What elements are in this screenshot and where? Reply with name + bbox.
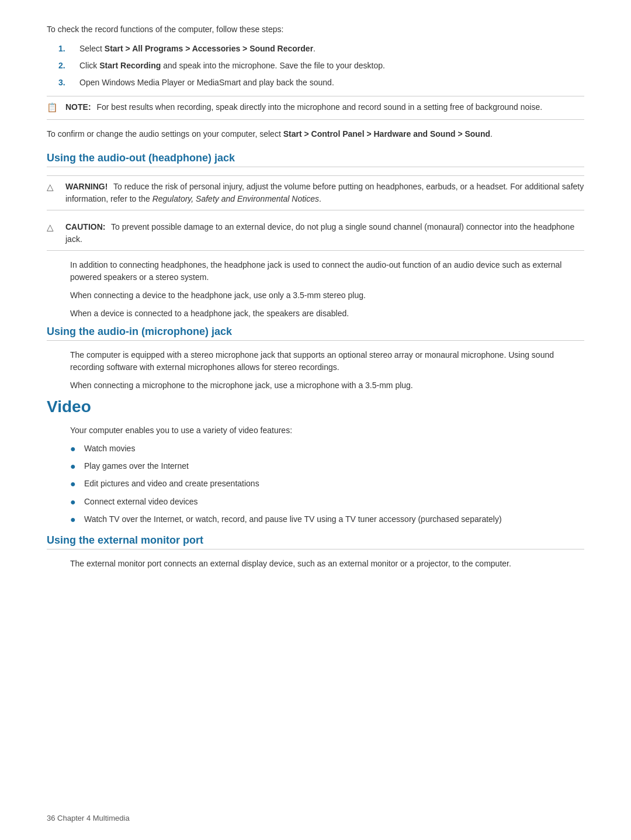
warning-label: WARNING! xyxy=(65,182,108,191)
ext-monitor-heading: Using the external monitor port xyxy=(47,534,584,549)
step-2-text: Click Start Recording and speak into the… xyxy=(79,60,385,72)
warning-content: WARNING! To reduce the risk of personal … xyxy=(65,181,584,205)
bullet-dot-5: ● xyxy=(70,513,81,526)
caution-box: △ CAUTION: To prevent possible damage to… xyxy=(47,216,584,251)
note-label: NOTE: xyxy=(65,102,91,112)
bullet-text-2: Play games over the Internet xyxy=(84,460,189,472)
bullet-dot-3: ● xyxy=(70,478,81,490)
bullet-text-5: Watch TV over the Internet, or watch, re… xyxy=(84,513,502,526)
bullet-text-1: Watch movies xyxy=(84,443,135,455)
footer-text: 36 Chapter 4 Multimedia xyxy=(47,814,130,822)
step-3-num: 3. xyxy=(58,77,75,89)
step-1-num: 1. xyxy=(58,43,75,55)
warning-icon: △ xyxy=(47,181,60,194)
audio-in-heading: Using the audio-in (microphone) jack xyxy=(47,326,584,341)
audio-in-para1: The computer is equipped with a stereo m… xyxy=(70,349,584,374)
bullet-dot-1: ● xyxy=(70,443,81,455)
audio-out-para3: When a device is connected to a headphon… xyxy=(70,307,584,320)
page-footer: 36 Chapter 4 Multimedia xyxy=(47,814,130,822)
bullet-dot-4: ● xyxy=(70,496,81,509)
bullet-item-3: ● Edit pictures and video and create pre… xyxy=(70,478,584,490)
intro-check-record: To check the record functions of the com… xyxy=(47,23,584,36)
note-text: For best results when recording, speak d… xyxy=(96,102,542,112)
audio-out-para2: When connecting a device to the headphon… xyxy=(70,289,584,302)
step-1-text: Select Start > All Programs > Accessorie… xyxy=(79,43,316,55)
step-3: 3. Open Windows Media Player or MediaSma… xyxy=(58,77,584,89)
note-box: 📋 NOTE: For best results when recording,… xyxy=(47,96,584,120)
step-1: 1. Select Start > All Programs > Accesso… xyxy=(58,43,584,55)
audio-in-para2: When connecting a microphone to the micr… xyxy=(70,379,584,392)
confirm-text: To confirm or change the audio settings … xyxy=(47,128,584,140)
caution-label: CAUTION: xyxy=(65,222,105,231)
caution-icon: △ xyxy=(47,221,60,234)
note-content: NOTE: For best results when recording, s… xyxy=(65,101,542,113)
ext-monitor-para1: The external monitor port connects an ex… xyxy=(70,558,584,570)
warning-box: △ WARNING! To reduce the risk of persona… xyxy=(47,175,584,210)
caution-content: CAUTION: To prevent possible damage to a… xyxy=(65,221,584,246)
video-intro: Your computer enables you to use a varie… xyxy=(70,424,584,437)
warning-text: To reduce the risk of personal injury, a… xyxy=(65,182,584,203)
video-heading: Video xyxy=(47,397,584,416)
bullet-text-3: Edit pictures and video and create prese… xyxy=(84,478,259,490)
step-2-num: 2. xyxy=(58,60,75,72)
caution-text: To prevent possible damage to an externa… xyxy=(65,222,574,244)
note-icon: 📋 xyxy=(47,101,60,115)
bullet-item-2: ● Play games over the Internet xyxy=(70,460,584,473)
audio-out-heading: Using the audio-out (headphone) jack xyxy=(47,152,584,167)
bullet-dot-2: ● xyxy=(70,460,81,473)
bullet-item-5: ● Watch TV over the Internet, or watch, … xyxy=(70,513,584,526)
bullet-text-4: Connect external video devices xyxy=(84,496,198,508)
step-2: 2. Click Start Recording and speak into … xyxy=(58,60,584,72)
video-bullet-list: ● Watch movies ● Play games over the Int… xyxy=(70,443,584,527)
steps-list: 1. Select Start > All Programs > Accesso… xyxy=(58,43,584,89)
bullet-item-4: ● Connect external video devices xyxy=(70,496,584,509)
bullet-item-1: ● Watch movies xyxy=(70,443,584,455)
audio-out-para1: In addition to connecting headphones, th… xyxy=(70,259,584,284)
step-3-text: Open Windows Media Player or MediaSmart … xyxy=(79,77,334,89)
